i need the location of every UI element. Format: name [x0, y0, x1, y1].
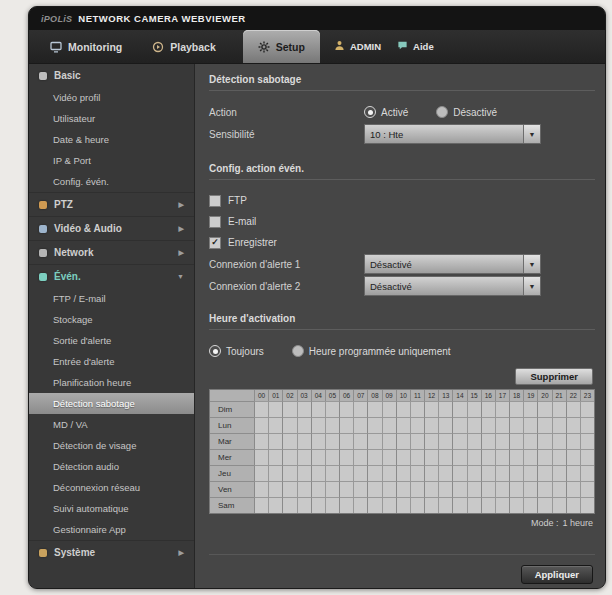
- schedule-cell[interactable]: [467, 449, 481, 465]
- schedule-cell[interactable]: [268, 417, 282, 433]
- schedule-cell[interactable]: [367, 417, 381, 433]
- schedule-cell[interactable]: [495, 433, 509, 449]
- schedule-cell[interactable]: [339, 433, 353, 449]
- schedule-cell[interactable]: [438, 433, 452, 449]
- schedule-cell[interactable]: [339, 497, 353, 513]
- schedule-cell[interactable]: [254, 465, 268, 481]
- schedule-cell[interactable]: [367, 497, 381, 513]
- schedule-cell[interactable]: [580, 481, 594, 497]
- schedule-cell[interactable]: [353, 449, 367, 465]
- schedule-cell[interactable]: [495, 449, 509, 465]
- schedule-cell[interactable]: [311, 449, 325, 465]
- schedule-cell[interactable]: [382, 401, 396, 417]
- schedule-cell[interactable]: [268, 465, 282, 481]
- schedule-cell[interactable]: [424, 497, 438, 513]
- sidebar-item-planification-heure[interactable]: Planification heure: [29, 372, 194, 393]
- schedule-cell[interactable]: [254, 433, 268, 449]
- user-menu-admin[interactable]: ADMIN: [334, 40, 381, 53]
- radio-always[interactable]: [209, 345, 221, 357]
- schedule-cell[interactable]: [424, 433, 438, 449]
- sidebar-item-config-even[interactable]: Config. évén.: [29, 171, 194, 192]
- schedule-cell[interactable]: [353, 401, 367, 417]
- ftp-checkbox[interactable]: ✓: [209, 195, 221, 207]
- sidebar-item-detection-de-visage[interactable]: Détection de visage: [29, 435, 194, 456]
- schedule-cell[interactable]: [325, 401, 339, 417]
- sidebar-group-ptz[interactable]: PTZ▶: [29, 192, 194, 216]
- schedule-cell[interactable]: [268, 433, 282, 449]
- schedule-cell[interactable]: [410, 449, 424, 465]
- schedule-cell[interactable]: [552, 465, 566, 481]
- schedule-cell[interactable]: [452, 433, 466, 449]
- schedule-cell[interactable]: [481, 481, 495, 497]
- schedule-cell[interactable]: [452, 417, 466, 433]
- schedule-cell[interactable]: [424, 449, 438, 465]
- schedule-cell[interactable]: [382, 465, 396, 481]
- schedule-cell[interactable]: [325, 417, 339, 433]
- schedule-cell[interactable]: [367, 465, 381, 481]
- schedule-cell[interactable]: [311, 481, 325, 497]
- schedule-cell[interactable]: [311, 497, 325, 513]
- schedule-cell[interactable]: [566, 449, 580, 465]
- sidebar-item-utilisateur[interactable]: Utilisateur: [29, 108, 194, 129]
- schedule-cell[interactable]: [523, 497, 537, 513]
- schedule-cell[interactable]: [424, 481, 438, 497]
- chevron-down-icon[interactable]: ▼: [523, 255, 540, 273]
- schedule-cell[interactable]: [467, 497, 481, 513]
- schedule-cell[interactable]: [438, 497, 452, 513]
- sidebar-group-systeme[interactable]: Système▶: [29, 540, 194, 564]
- schedule-cell[interactable]: [353, 481, 367, 497]
- schedule-cell[interactable]: [382, 481, 396, 497]
- schedule-cell[interactable]: [509, 449, 523, 465]
- schedule-cell[interactable]: [509, 481, 523, 497]
- schedule-cell[interactable]: [481, 401, 495, 417]
- schedule-cell[interactable]: [438, 465, 452, 481]
- schedule-cell[interactable]: [509, 401, 523, 417]
- schedule-cell[interactable]: [523, 465, 537, 481]
- schedule-cell[interactable]: [537, 481, 551, 497]
- schedule-cell[interactable]: [353, 417, 367, 433]
- schedule-cell[interactable]: [438, 417, 452, 433]
- schedule-cell[interactable]: [537, 417, 551, 433]
- schedule-cell[interactable]: [410, 433, 424, 449]
- schedule-cell[interactable]: [509, 417, 523, 433]
- schedule-cell[interactable]: [537, 401, 551, 417]
- sidebar-group-video-audio[interactable]: Vidéo & Audio▶: [29, 216, 194, 240]
- radio-disabled[interactable]: [436, 106, 448, 118]
- schedule-cell[interactable]: [424, 417, 438, 433]
- schedule-cell[interactable]: [537, 449, 551, 465]
- sensitivity-dropdown[interactable]: 10 : Hte ▼: [364, 124, 541, 144]
- schedule-cell[interactable]: [467, 417, 481, 433]
- chevron-down-icon[interactable]: ▼: [523, 277, 540, 295]
- schedule-cell[interactable]: [311, 465, 325, 481]
- schedule-cell[interactable]: [452, 465, 466, 481]
- schedule-cell[interactable]: [339, 481, 353, 497]
- sidebar-item-sortie-d-alerte[interactable]: Sortie d'alerte: [29, 330, 194, 351]
- schedule-cell[interactable]: [254, 481, 268, 497]
- schedule-cell[interactable]: [481, 497, 495, 513]
- schedule-cell[interactable]: [367, 433, 381, 449]
- schedule-cell[interactable]: [297, 417, 311, 433]
- schedule-cell[interactable]: [424, 401, 438, 417]
- schedule-cell[interactable]: [367, 481, 381, 497]
- schedule-cell[interactable]: [382, 449, 396, 465]
- schedule-cell[interactable]: [566, 465, 580, 481]
- schedule-cell[interactable]: [268, 481, 282, 497]
- schedule-cell[interactable]: [552, 449, 566, 465]
- schedule-cell[interactable]: [382, 497, 396, 513]
- schedule-cell[interactable]: [396, 497, 410, 513]
- schedule-cell[interactable]: [367, 401, 381, 417]
- schedule-cell[interactable]: [580, 497, 594, 513]
- sidebar-item-date-heure[interactable]: Date & heure: [29, 129, 194, 150]
- sidebar-group-basic[interactable]: Basic: [29, 64, 194, 87]
- schedule-cell[interactable]: [254, 497, 268, 513]
- schedule-cell[interactable]: [523, 401, 537, 417]
- alarm-output-2-dropdown[interactable]: Désactivé ▼: [364, 276, 541, 296]
- schedule-cell[interactable]: [282, 465, 296, 481]
- schedule-cell[interactable]: [353, 497, 367, 513]
- schedule-cell[interactable]: [424, 465, 438, 481]
- email-checkbox[interactable]: ✓: [209, 216, 221, 228]
- schedule-cell[interactable]: [495, 465, 509, 481]
- schedule-cell[interactable]: [467, 465, 481, 481]
- schedule-cell[interactable]: [297, 481, 311, 497]
- schedule-cell[interactable]: [410, 481, 424, 497]
